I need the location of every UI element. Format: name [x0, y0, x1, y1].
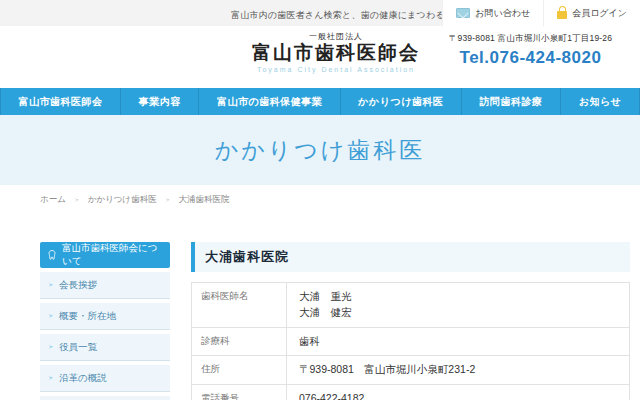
- sidebar-item-label: 沿革の概説: [59, 372, 107, 385]
- contact-button-label: お問い合わせ: [475, 7, 530, 20]
- sidebar-item-greeting[interactable]: ＞ 会長挨拶: [40, 272, 170, 299]
- nav-item-visiting-care[interactable]: 訪問歯科診療: [462, 88, 561, 115]
- nav-item-business[interactable]: 事業内容: [121, 88, 199, 115]
- breadcrumb-family-dentist[interactable]: かかりつけ歯科医: [88, 194, 157, 204]
- sidebar-item-label: 会長挨拶: [59, 279, 97, 292]
- breadcrumb-separator-icon: ＞: [73, 196, 80, 203]
- chevron-right-icon: ＞: [47, 280, 54, 290]
- member-login-label: 会員ログイン: [572, 7, 627, 20]
- sidebar-item-label: 役員一覧: [59, 341, 97, 354]
- row-label: 電話番号: [192, 385, 287, 400]
- sidebar-item-officers[interactable]: ＞ 役員一覧: [40, 334, 170, 361]
- sidebar-item-history[interactable]: ＞ 歴史: [40, 396, 170, 400]
- tooth-icon: [46, 249, 58, 261]
- clinic-info-table: 歯科医師名 大浦 重光 大浦 健宏 診療科 歯科 住所 〒939-8081 富山…: [191, 282, 630, 400]
- page-title: かかりつけ歯科医: [215, 135, 426, 166]
- nav-item-association[interactable]: 富山市歯科医師会: [0, 88, 121, 115]
- sidebar-header-about[interactable]: 富山市歯科医師会について: [40, 242, 170, 268]
- global-nav: 富山市歯科医師会 事業内容 富山市の歯科保健事業 かかりつけ歯科医 訪問歯科診療…: [0, 88, 640, 115]
- table-row-dentist-names: 歯科医師名 大浦 重光 大浦 健宏: [192, 283, 630, 328]
- nav-item-health-programs[interactable]: 富山市の歯科保健事業: [199, 88, 340, 115]
- row-value: 〒939-8081 富山市堀川小泉町231-2: [287, 356, 630, 385]
- topbar-buttons: お問い合わせ 会員ログイン: [442, 0, 640, 26]
- row-value: 076-422-4182: [287, 385, 630, 400]
- dentist-name-2: 大浦 健宏: [299, 305, 617, 321]
- member-login-button[interactable]: 会員ログイン: [543, 0, 640, 26]
- chevron-right-icon: ＞: [47, 311, 54, 321]
- header-contact: 〒939-8081 富山市堀川小泉町1丁目19-26 Tel.076-424-8…: [433, 33, 628, 68]
- nav-item-news[interactable]: お知らせ: [561, 88, 640, 115]
- row-label: 診療科: [192, 327, 287, 356]
- nav-item-family-dentist[interactable]: かかりつけ歯科医: [341, 88, 462, 115]
- org-type: 一般社団法人: [230, 31, 442, 42]
- row-label: 歯科医師名: [192, 283, 287, 328]
- content-area: 富山市歯科医師会について ＞ 会長挨拶 ＞ 概要・所在地 ＞ 役員一覧 ＞ 沿革…: [0, 242, 640, 400]
- header-phone: Tel.076-424-8020: [433, 48, 628, 68]
- mail-icon: [456, 8, 470, 18]
- table-row-address: 住所 〒939-8081 富山市堀川小泉町231-2: [192, 356, 630, 385]
- sidebar: 富山市歯科医師会について ＞ 会長挨拶 ＞ 概要・所在地 ＞ 役員一覧 ＞ 沿革…: [40, 242, 170, 400]
- site-logo[interactable]: 一般社団法人 富山市歯科医師会 Toyama City Dental Assoc…: [230, 31, 442, 73]
- table-row-phone: 電話番号 076-422-4182: [192, 385, 630, 400]
- header-address: 〒939-8081 富山市堀川小泉町1丁目19-26: [433, 33, 628, 45]
- breadcrumb-home[interactable]: ホーム: [40, 194, 66, 204]
- main-content: 大浦歯科医院 歯科医師名 大浦 重光 大浦 健宏 診療科 歯科 住所 〒939-…: [191, 242, 630, 400]
- breadcrumb: ホーム ＞ かかりつけ歯科医 ＞ 大浦歯科医院: [40, 194, 640, 206]
- site-name: 富山市歯科医師会: [230, 42, 442, 65]
- clinic-name-heading: 大浦歯科医院: [191, 242, 630, 272]
- dentist-name-1: 大浦 重光: [299, 289, 617, 305]
- sidebar-item-history-outline[interactable]: ＞ 沿革の概説: [40, 365, 170, 392]
- table-row-department: 診療科 歯科: [192, 327, 630, 356]
- sidebar-item-overview-location[interactable]: ＞ 概要・所在地: [40, 303, 170, 330]
- site-name-en: Toyama City Dental Association: [230, 66, 442, 73]
- sidebar-item-label: 概要・所在地: [59, 310, 116, 323]
- sidebar-header-label: 富山市歯科医師会について: [62, 242, 164, 268]
- site-header: 一般社団法人 富山市歯科医師会 Toyama City Dental Assoc…: [0, 26, 640, 88]
- row-label: 住所: [192, 356, 287, 385]
- contact-button[interactable]: お問い合わせ: [442, 0, 543, 26]
- hero-banner: かかりつけ歯科医: [0, 115, 640, 185]
- chevron-right-icon: ＞: [47, 342, 54, 352]
- breadcrumb-current: 大浦歯科医院: [178, 194, 229, 204]
- breadcrumb-separator-icon: ＞: [164, 196, 171, 203]
- row-value: 大浦 重光 大浦 健宏: [287, 283, 630, 328]
- row-value: 歯科: [287, 327, 630, 356]
- chevron-right-icon: ＞: [47, 373, 54, 383]
- lock-icon: [557, 11, 567, 19]
- top-utility-bar: 富山市内の歯医者さん検索と、歯の健康にまつわる総合情報サイト お問い合わせ 会員…: [0, 0, 640, 26]
